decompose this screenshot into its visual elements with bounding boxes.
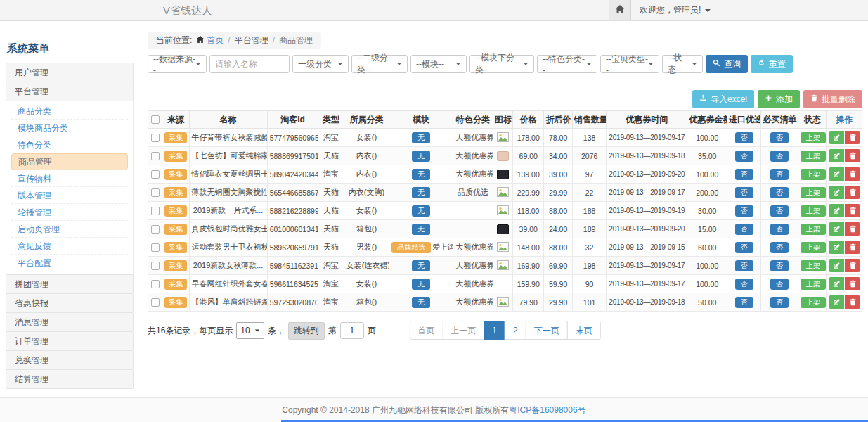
delete-button[interactable] xyxy=(845,167,860,181)
page-button-1[interactable]: 1 xyxy=(484,321,505,340)
sidebar-subitem-特色分类[interactable]: 特色分类 xyxy=(11,136,128,153)
header-home-button[interactable] xyxy=(609,0,631,20)
breadcrumb-home-link[interactable]: 首页 xyxy=(196,34,224,46)
delete-button[interactable] xyxy=(845,149,860,162)
import-optional-toggle[interactable]: 否 xyxy=(735,224,753,235)
sidebar-subitem-模块商品分类[interactable]: 模块商品分类 xyxy=(11,120,128,136)
sidebar-subitem-轮播管理[interactable]: 轮播管理 xyxy=(11,204,128,221)
status-badge[interactable]: 上架 xyxy=(801,279,826,290)
add-button[interactable]: 添加 xyxy=(758,90,800,108)
row-checkbox[interactable] xyxy=(151,280,160,288)
must-buy-toggle[interactable]: 否 xyxy=(770,224,789,235)
row-checkbox[interactable] xyxy=(151,225,160,234)
status-badge[interactable]: 上架 xyxy=(801,169,826,180)
import-excel-button[interactable]: 导入excel xyxy=(692,90,754,108)
sidebar-subitem-平台配置[interactable]: 平台配置 xyxy=(11,255,128,271)
import-optional-toggle[interactable]: 否 xyxy=(735,260,753,271)
delete-button[interactable] xyxy=(845,277,860,290)
sidebar-item-省惠快报[interactable]: 省惠快报 xyxy=(6,293,134,313)
must-buy-toggle[interactable]: 否 xyxy=(770,279,789,290)
sidebar-item-拼团管理[interactable]: 拼团管理 xyxy=(6,274,134,294)
import-optional-toggle[interactable]: 否 xyxy=(735,151,753,162)
import-optional-toggle[interactable]: 否 xyxy=(735,297,753,308)
delete-button[interactable] xyxy=(845,222,860,236)
sidebar-item-消息管理[interactable]: 消息管理 xyxy=(6,312,134,332)
import-optional-toggle[interactable]: 否 xyxy=(735,242,753,253)
filter-select-模块下分类[interactable]: --模块下分类-- xyxy=(469,55,534,73)
edit-button[interactable] xyxy=(829,131,844,144)
page-button-下一页[interactable]: 下一页 xyxy=(526,321,568,340)
edit-button[interactable] xyxy=(829,277,844,290)
sidebar-item-结算管理[interactable]: 结算管理 xyxy=(6,369,134,389)
page-button-2[interactable]: 2 xyxy=(505,321,526,340)
jump-button[interactable]: 跳转到 xyxy=(288,322,325,340)
page-number-input[interactable] xyxy=(340,322,364,339)
delete-button[interactable] xyxy=(845,131,860,144)
status-badge[interactable]: 上架 xyxy=(801,224,826,235)
must-buy-toggle[interactable]: 否 xyxy=(770,132,789,143)
import-optional-toggle[interactable]: 否 xyxy=(735,279,753,290)
delete-button[interactable] xyxy=(845,186,860,199)
sidebar-subitem-商品管理[interactable]: 商品管理 xyxy=(11,153,128,170)
page-button-末页[interactable]: 末页 xyxy=(567,321,601,340)
edit-button[interactable] xyxy=(829,222,844,236)
row-checkbox[interactable] xyxy=(151,170,160,179)
row-checkbox[interactable] xyxy=(151,207,160,215)
select-all-checkbox[interactable] xyxy=(151,115,160,124)
data-source-select[interactable]: --数据来源-- xyxy=(148,55,207,73)
edit-button[interactable] xyxy=(829,204,844,217)
per-page-select[interactable]: 10 xyxy=(236,322,264,339)
edit-button[interactable] xyxy=(829,241,844,254)
sidebar-item-平台管理[interactable]: 平台管理 xyxy=(6,82,134,101)
row-checkbox[interactable] xyxy=(151,188,160,197)
sidebar-item-用户管理[interactable]: 用户管理 xyxy=(6,63,134,82)
status-badge[interactable]: 上架 xyxy=(801,151,826,162)
must-buy-toggle[interactable]: 否 xyxy=(770,169,789,180)
sidebar-subitem-宣传物料[interactable]: 宣传物料 xyxy=(11,170,128,187)
import-optional-toggle[interactable]: 否 xyxy=(735,187,753,198)
filter-select-模块[interactable]: --模块-- xyxy=(410,55,467,73)
search-button[interactable]: 查询 xyxy=(706,55,748,73)
filter-select-特色分类[interactable]: --特色分类-- xyxy=(537,55,597,73)
sidebar-item-订单管理[interactable]: 订单管理 xyxy=(6,331,134,351)
must-buy-toggle[interactable]: 否 xyxy=(770,187,789,198)
status-badge[interactable]: 上架 xyxy=(801,187,826,198)
filter-select-一级分类[interactable]: 一级分类 xyxy=(292,55,349,73)
edit-button[interactable] xyxy=(829,167,844,181)
import-optional-toggle[interactable]: 否 xyxy=(735,132,753,143)
import-optional-toggle[interactable]: 否 xyxy=(735,205,753,217)
status-badge[interactable]: 上架 xyxy=(801,297,826,308)
reset-button[interactable]: 重置 xyxy=(751,55,793,73)
status-badge[interactable]: 上架 xyxy=(801,132,826,143)
icp-link[interactable]: 粤ICP备16098006号 xyxy=(509,405,585,415)
name-search-input[interactable] xyxy=(209,55,290,73)
import-optional-toggle[interactable]: 否 xyxy=(735,169,753,180)
delete-button[interactable] xyxy=(845,204,860,217)
delete-button[interactable] xyxy=(845,259,860,272)
must-buy-toggle[interactable]: 否 xyxy=(770,151,789,162)
row-checkbox[interactable] xyxy=(151,134,160,142)
status-badge[interactable]: 上架 xyxy=(801,205,826,217)
filter-select-状态[interactable]: --状态-- xyxy=(662,55,703,73)
status-badge[interactable]: 上架 xyxy=(801,242,826,253)
row-checkbox[interactable] xyxy=(151,262,160,270)
row-checkbox[interactable] xyxy=(151,298,160,307)
page-button-上一页[interactable]: 上一页 xyxy=(442,321,484,340)
must-buy-toggle[interactable]: 否 xyxy=(770,205,789,217)
row-checkbox[interactable] xyxy=(151,243,160,252)
sidebar-subitem-启动页管理[interactable]: 启动页管理 xyxy=(11,221,128,238)
sidebar-subitem-商品分类[interactable]: 商品分类 xyxy=(11,103,128,120)
must-buy-toggle[interactable]: 否 xyxy=(770,242,789,253)
row-checkbox[interactable] xyxy=(151,152,160,160)
edit-button[interactable] xyxy=(829,149,844,162)
must-buy-toggle[interactable]: 否 xyxy=(770,297,789,308)
sidebar-item-兑换管理[interactable]: 兑换管理 xyxy=(6,350,134,370)
delete-button[interactable] xyxy=(845,241,860,254)
filter-select-二级分类[interactable]: --二级分类-- xyxy=(351,55,408,73)
delete-button[interactable] xyxy=(845,295,860,309)
edit-button[interactable] xyxy=(829,295,844,309)
filter-select-宝贝类型[interactable]: --宝贝类型-- xyxy=(600,55,659,73)
sidebar-subitem-版本管理[interactable]: 版本管理 xyxy=(11,187,128,204)
edit-button[interactable] xyxy=(829,186,844,199)
sidebar-subitem-意见反馈[interactable]: 意见反馈 xyxy=(11,238,128,255)
